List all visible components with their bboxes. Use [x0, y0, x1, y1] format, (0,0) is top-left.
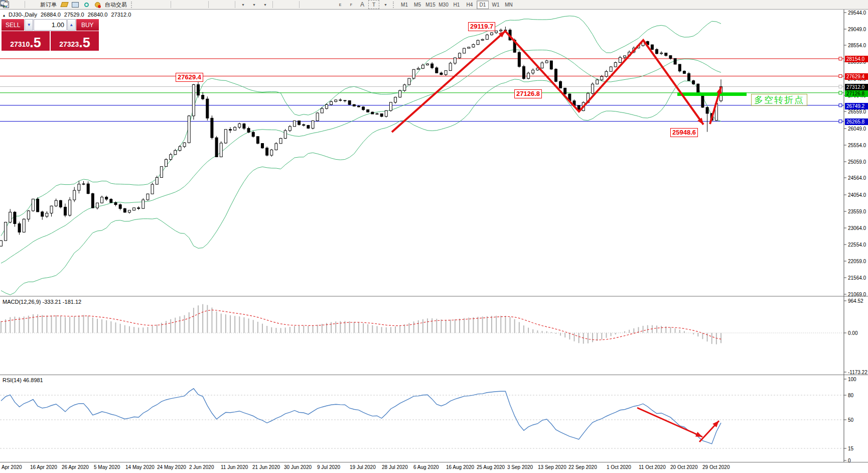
- axis-tick-label: 25059.0: [848, 159, 866, 165]
- low-price-label[interactable]: 25948.6: [670, 128, 698, 137]
- axis-tick-label: 23064.0: [848, 225, 866, 231]
- volume-input[interactable]: [34, 19, 67, 31]
- axis-tick-label: 21564.0: [848, 275, 866, 281]
- collapse-arrow-icon[interactable]: ▴: [3, 13, 5, 18]
- axis-tick-label: 50: [848, 417, 853, 423]
- axis-tick-label: -1173.22: [848, 370, 867, 375]
- axis-tick-label: 80: [848, 393, 853, 398]
- price-level-badge: 27312.0: [845, 84, 868, 90]
- low-value: 26840.0: [88, 12, 108, 18]
- date-axis-label: 28 Jul 2020: [382, 464, 408, 470]
- date-axis-label: 25 Aug 2020: [477, 464, 505, 470]
- peak-price-label[interactable]: 29119.7: [468, 22, 495, 31]
- axis-tick-label: 25554.0: [848, 143, 866, 148]
- volume-decrease-button[interactable]: ▼: [25, 19, 33, 31]
- date-axis-label: 21 Jun 2020: [252, 464, 280, 470]
- price-level-badge: 28154.0: [845, 56, 868, 62]
- open-value: 26884.0: [41, 12, 61, 18]
- sell-button[interactable]: SELL: [2, 19, 24, 31]
- macd-signal-value: -181.12: [63, 299, 81, 305]
- axis-tick-label: 26559.0: [848, 109, 866, 114]
- chart-ohlc-header: ▴ DJ30-,Daily 26884.0 27529.0 26840.0 27…: [3, 12, 133, 18]
- axis-tick-label: 23559.0: [848, 209, 866, 214]
- axis-tick-label: 24054.0: [848, 192, 866, 198]
- date-axis-label: 2 Jun 2020: [189, 464, 214, 470]
- axis-tick-label: 28554.0: [848, 43, 866, 48]
- date-axis-label: 5 May 2020: [94, 464, 120, 470]
- date-axis-label: 20 Oct 2020: [670, 464, 697, 470]
- axis-tick-label: 21069.0: [848, 292, 866, 297]
- axis-tick-label: 0: [848, 458, 851, 463]
- trading-platform-window: 新订单 自动交易 ▼ ▼ ▼ E F A T ▼ M1M5M15M30H1H4D: [0, 0, 868, 473]
- rsi-label: RSI(14) 46.8981: [3, 377, 43, 383]
- date-axis-label: 22 Sep 2020: [568, 464, 597, 470]
- one-click-trading-panel: SELL ▼ ▲ BUY 27310.5 27323.5: [2, 19, 99, 51]
- axis-tick-label: 15: [848, 446, 853, 451]
- axis-tick-label: 24564.0: [848, 175, 866, 181]
- volume-increase-button[interactable]: ▲: [67, 19, 76, 31]
- macd-label: MACD(12,26,9) -333.21 -181.12: [3, 299, 81, 305]
- close-value: 27312.0: [111, 12, 131, 18]
- axis-tick-label: 29049.0: [848, 27, 866, 32]
- rsi-value: 46.8981: [23, 377, 43, 383]
- axis-tick-label: 0.00: [848, 330, 857, 336]
- symbol-period-label: DJ30-,Daily: [9, 12, 37, 18]
- price-level-badge: 26265.8: [845, 119, 868, 125]
- axis-tick-label: 100: [848, 377, 856, 382]
- date-axis-label: 14 May 2020: [125, 464, 155, 470]
- date-axis-label: 11 Oct 2020: [639, 464, 666, 470]
- date-axis-label: 19 Jul 2020: [350, 464, 376, 470]
- sell-price-display[interactable]: 27310.5: [2, 31, 50, 51]
- date-axis-label: 6 Aug 2020: [413, 464, 439, 470]
- axis-tick-label: 964.52: [848, 298, 863, 304]
- date-axis-label: 1 Oct 2020: [607, 464, 631, 470]
- date-axis-label: 13 Sep 2020: [538, 464, 566, 470]
- date-axis-label: 16 Aug 2020: [446, 464, 474, 470]
- chart-canvas[interactable]: [0, 0, 868, 473]
- date-axis-label: 29 Oct 2020: [702, 464, 730, 470]
- date-axis-label: 24 May 2020: [157, 464, 186, 470]
- axis-tick-label: 29544.0: [848, 10, 866, 16]
- date-axis-label: 11 Jun 2020: [221, 464, 248, 470]
- axis-tick-label: 22059.0: [848, 259, 866, 264]
- high-value: 27529.0: [64, 12, 84, 18]
- axis-tick-label: 26049.0: [848, 126, 866, 132]
- axis-tick-label: 22554.0: [848, 242, 866, 248]
- date-axis-label: 26 Apr 2020: [62, 464, 89, 470]
- resistance-price-label[interactable]: 27629.4: [176, 73, 203, 82]
- price-level-badge: 27629.4: [845, 73, 868, 80]
- date-axis-label: 30 Jun 2020: [284, 464, 312, 470]
- buy-price-display[interactable]: 27323.5: [51, 31, 99, 51]
- buy-button[interactable]: BUY: [76, 19, 99, 31]
- date-axis-label: 3 Sep 2020: [507, 464, 533, 470]
- price-level-badge: 27126.8: [845, 90, 868, 97]
- date-axis-label: Apr 2020: [2, 464, 22, 470]
- date-axis-label: 16 Apr 2020: [30, 464, 57, 470]
- turning-point-label[interactable]: 多空转折点: [751, 94, 807, 106]
- macd-main-value: -333.21: [42, 299, 61, 305]
- date-axis-label: 9 Jul 2020: [317, 464, 340, 470]
- support-price-label[interactable]: 27126.8: [514, 89, 542, 98]
- price-level-badge: 26749.2: [845, 103, 868, 109]
